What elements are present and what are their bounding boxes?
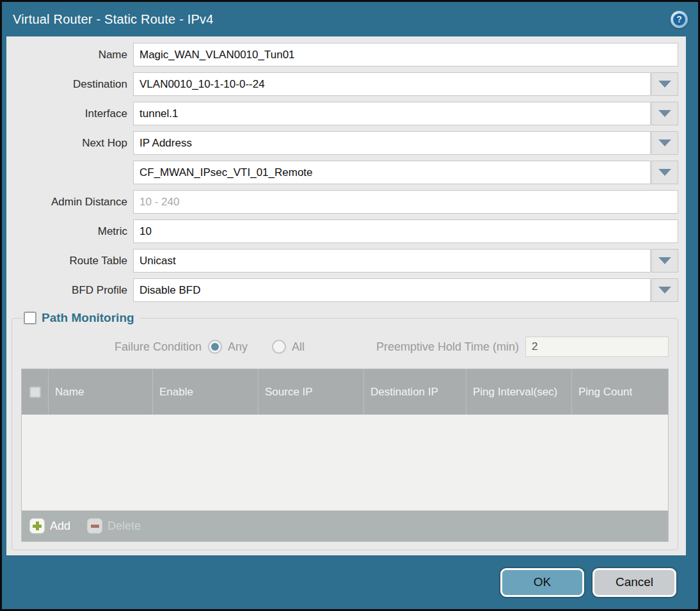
add-button[interactable]: Add [29, 518, 70, 534]
delete-button: Delete [87, 518, 141, 534]
column-header-destination-ip: Destination IP [364, 369, 466, 415]
destination-label: Destination [6, 78, 133, 91]
failure-condition-radio-group: Any All [208, 340, 305, 354]
bfd-profile-input[interactable] [133, 278, 651, 302]
preemptive-hold-time-label: Preemptive Hold Time (min) [376, 340, 525, 354]
form-row-name: Name [6, 43, 678, 67]
select-all-checkbox [29, 386, 41, 398]
next-hop-label: Next Hop [6, 137, 133, 150]
destination-dropdown-button[interactable] [651, 72, 678, 96]
form-row-bfd-profile: BFD Profile [6, 278, 678, 302]
chevron-down-icon [658, 287, 671, 294]
radio-all-label: All [292, 340, 305, 354]
help-icon[interactable]: ? [671, 11, 688, 28]
failure-condition-label: Failure Condition [21, 340, 208, 354]
column-header-enable: Enable [153, 369, 259, 415]
radio-option-any: Any [208, 340, 248, 354]
path-monitoring-checkbox[interactable] [24, 312, 36, 324]
form-row-route-table: Route Table [6, 249, 678, 273]
chevron-down-icon [658, 257, 671, 264]
table-header-checkbox-cell [22, 369, 49, 415]
route-table-label: Route Table [6, 255, 133, 267]
preemptive-hold-time-input [525, 337, 669, 357]
next-hop-type-dropdown-button[interactable] [651, 131, 678, 155]
path-monitoring-table: Name Enable Source IP Destination IP Pin… [21, 369, 669, 542]
bfd-profile-dropdown-button[interactable] [651, 278, 678, 302]
form-row-metric: Metric [6, 219, 678, 243]
column-header-name: Name [49, 369, 153, 415]
next-hop-type-input[interactable] [133, 131, 651, 155]
name-input[interactable] [133, 43, 678, 67]
dialog-footer: OK Cancel [2, 555, 698, 609]
radio-all [272, 340, 286, 354]
plus-icon [29, 518, 45, 534]
radio-any-label: Any [228, 340, 248, 354]
interface-input[interactable] [133, 102, 651, 125]
dialog-titlebar: Virtual Router - Static Route - IPv4 ? [2, 2, 698, 36]
name-label: Name [6, 49, 133, 61]
form-row-next-hop-address [6, 161, 678, 184]
column-header-ping-count: Ping Count [572, 369, 668, 415]
next-hop-address-input[interactable] [133, 161, 651, 184]
route-table-dropdown-button[interactable] [651, 249, 678, 273]
path-monitoring-legend: Path Monitoring [22, 311, 139, 325]
radio-any [208, 340, 222, 354]
question-mark-icon: ? [673, 13, 685, 26]
cancel-button[interactable]: Cancel [593, 568, 676, 597]
path-monitoring-section: Path Monitoring Failure Condition Any Al… [12, 311, 678, 550]
path-monitoring-title: Path Monitoring [42, 311, 134, 325]
minus-icon [87, 518, 102, 534]
bfd-profile-label: BFD Profile [6, 284, 133, 297]
ok-button[interactable]: OK [500, 568, 584, 597]
table-body-empty [22, 415, 668, 511]
form-row-destination: Destination [6, 72, 678, 96]
delete-button-label: Delete [107, 520, 141, 533]
table-header-row: Name Enable Source IP Destination IP Pin… [22, 369, 668, 415]
form-row-admin-distance: Admin Distance [6, 190, 678, 214]
destination-input[interactable] [133, 72, 651, 96]
preemptive-hold-time-group: Preemptive Hold Time (min) [376, 337, 669, 357]
form-row-interface: Interface [6, 102, 678, 125]
column-header-ping-interval: Ping Interval(sec) [466, 369, 572, 415]
chevron-down-icon [658, 81, 671, 88]
route-table-input[interactable] [133, 249, 651, 273]
form-row-next-hop: Next Hop [6, 131, 678, 155]
metric-label: Metric [6, 225, 133, 238]
interface-label: Interface [6, 107, 133, 120]
chevron-down-icon [658, 169, 671, 176]
next-hop-address-dropdown-button[interactable] [651, 161, 678, 184]
dialog-content: Name Destination Interface [6, 36, 686, 555]
metric-input[interactable] [133, 219, 678, 243]
add-button-label: Add [50, 520, 70, 533]
dialog-virtual-router-static-route: Virtual Router - Static Route - IPv4 ? N… [0, 0, 700, 611]
dialog-title: Virtual Router - Static Route - IPv4 [13, 12, 671, 27]
radio-option-all: All [272, 340, 305, 354]
admin-distance-input[interactable] [133, 190, 678, 214]
chevron-down-icon [658, 110, 671, 117]
admin-distance-label: Admin Distance [6, 196, 133, 209]
interface-dropdown-button[interactable] [651, 102, 678, 125]
failure-condition-row: Failure Condition Any All Preemptive Hol… [21, 337, 669, 357]
chevron-down-icon [658, 139, 671, 147]
column-header-source-ip: Source IP [259, 369, 364, 415]
table-toolbar: Add Delete [22, 511, 668, 541]
